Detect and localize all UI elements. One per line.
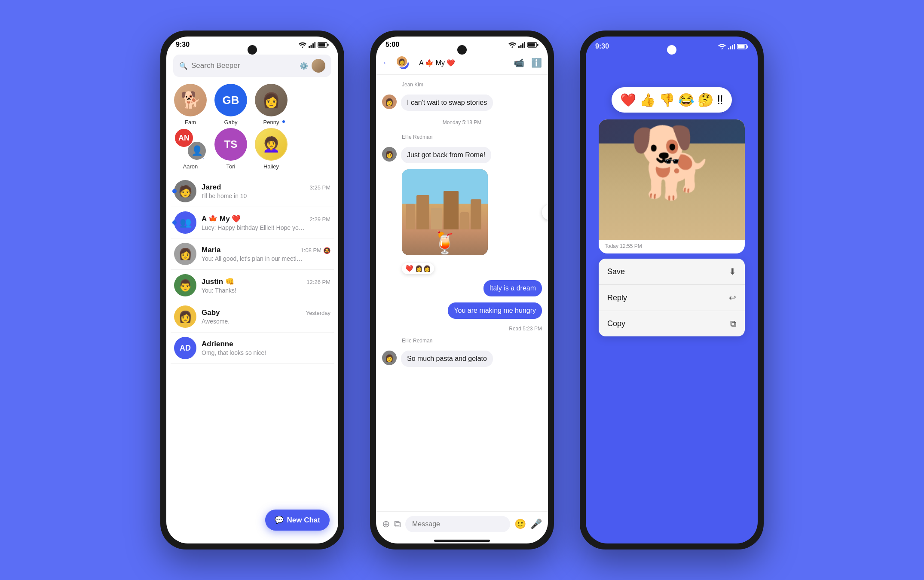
camera-notch-2 bbox=[457, 45, 467, 55]
dog-image-container: 🐕 🕶️ Today 12:55 PM bbox=[599, 119, 745, 253]
save-label: Save bbox=[607, 267, 625, 276]
phone-3: 9:30 ❤️ 👍 👎 😂 🤔 ‼️ bbox=[580, 31, 764, 549]
story-label-fam: Fam bbox=[185, 119, 196, 125]
chat-time-gaby: Yesterday bbox=[306, 310, 330, 316]
signal-icon-3 bbox=[728, 44, 735, 49]
message-input[interactable] bbox=[405, 516, 510, 532]
search-input[interactable] bbox=[191, 61, 296, 70]
story-avatar-hailey: 👩‍🦱 bbox=[255, 128, 288, 161]
stories-row-1: 🐕 Fam GB Gaby Welcome toblue bubbles! 👩 … bbox=[166, 84, 338, 131]
info-icon[interactable]: ℹ️ bbox=[531, 58, 542, 68]
chat-item-amy[interactable]: 👥 A 🍁 My ❤️ 2:29 PM Lucy: Happy birthday… bbox=[171, 207, 334, 238]
svg-rect-0 bbox=[309, 46, 310, 48]
search-bar[interactable]: 🔍 ⚙️ bbox=[173, 55, 331, 77]
story-tori[interactable]: TS Tori bbox=[214, 128, 247, 170]
story-label-gaby: Gaby bbox=[224, 119, 237, 125]
context-menu-save[interactable]: Save ⬇ bbox=[599, 259, 745, 285]
wifi-icon-2 bbox=[508, 42, 516, 48]
story-aaron[interactable]: AN 👤 Aaron bbox=[174, 128, 207, 170]
chat-name-gaby: Gaby bbox=[202, 308, 220, 317]
save-icon: ⬇ bbox=[729, 266, 736, 277]
context-menu-reply[interactable]: Reply ↩ bbox=[599, 285, 745, 311]
time-3: 9:30 bbox=[595, 43, 609, 50]
stories-row-2: AN 👤 Aaron TS Tori 👩‍🦱 Hailey bbox=[166, 128, 338, 176]
header-avatars: 👩 A bbox=[396, 55, 415, 70]
unread-dot-amy bbox=[172, 220, 177, 225]
react-thumbsdown[interactable]: 👎 bbox=[659, 92, 675, 107]
story-hailey[interactable]: 👩‍🦱 Hailey bbox=[255, 128, 288, 170]
svg-rect-9 bbox=[522, 43, 523, 48]
story-gaby[interactable]: GB Gaby Welcome toblue bubbles! bbox=[214, 84, 247, 125]
video-call-icon[interactable]: 📹 bbox=[514, 58, 524, 68]
timestamp-monday: Monday 5:18 PM bbox=[382, 119, 542, 125]
chat-content-adrienne: Adrienne Omg, that looks so nice! bbox=[202, 340, 330, 356]
story-label-hailey: Hailey bbox=[263, 163, 279, 170]
story-penny[interactable]: 👩 Penny bbox=[255, 84, 288, 125]
signal-icon-2 bbox=[518, 42, 525, 48]
chat-content-jared: Jared 3:25 PM I'll be home in 10 bbox=[202, 183, 330, 199]
chat-item-gaby[interactable]: 👩 Gaby Yesterday Awesome. bbox=[171, 301, 334, 333]
svg-rect-7 bbox=[518, 46, 520, 48]
chat-item-adrienne[interactable]: AD Adrienne Omg, that looks so nice! bbox=[171, 333, 334, 364]
signal-icon bbox=[309, 42, 315, 48]
sender-avatar-ellie: 👩 bbox=[382, 147, 397, 162]
dog-timestamp: Today 12:55 PM bbox=[599, 240, 745, 249]
chat-avatar-jared: 🧑 bbox=[174, 180, 196, 202]
react-think[interactable]: 🤔 bbox=[698, 92, 713, 107]
battery-icon-2 bbox=[527, 42, 538, 48]
unread-dot-jared bbox=[172, 189, 177, 193]
chat-content-maria: Maria 1:08 PM 🔕 You: All good, let's pla… bbox=[202, 246, 330, 262]
msg-sender-ellie-1: Ellie Redman bbox=[402, 134, 542, 140]
msg-bubble-italy: Italy is a dream bbox=[483, 280, 542, 296]
chat-item-jared[interactable]: 🧑 Jared 3:25 PM I'll be home in 10 bbox=[171, 176, 334, 207]
chat-preview-justin: You: Thanks! bbox=[202, 287, 305, 294]
story-avatar-fam: 🐕 bbox=[174, 84, 207, 116]
user-avatar[interactable] bbox=[312, 59, 325, 73]
story-fam[interactable]: 🐕 Fam bbox=[174, 84, 207, 125]
new-chat-button[interactable]: 💬 New Chat bbox=[265, 510, 330, 531]
chat-item-maria[interactable]: 👩 Maria 1:08 PM 🔕 You: All good, let's p… bbox=[171, 238, 334, 270]
chat-item-justin[interactable]: 👨 Justin 👊 12:26 PM You: Thanks! bbox=[171, 270, 334, 301]
chat-preview-jared: I'll be home in 10 bbox=[202, 192, 305, 199]
story-label-penny: Penny bbox=[263, 119, 279, 125]
camera-notch-3 bbox=[667, 45, 676, 55]
msg-row-jean: 👩 I can't wait to swap stories bbox=[382, 95, 542, 111]
msg-row-ellie-1: 👩 Just got back from Rome! bbox=[382, 147, 542, 163]
add-icon[interactable]: ⊕ bbox=[382, 519, 390, 530]
dog-image: 🐕 🕶️ bbox=[599, 119, 745, 240]
react-heart[interactable]: ❤️ bbox=[620, 92, 636, 107]
battery-icon bbox=[318, 42, 329, 48]
react-exclaim[interactable]: ‼️ bbox=[717, 92, 723, 107]
download-button[interactable]: ⬇ bbox=[542, 205, 548, 220]
svg-rect-5 bbox=[318, 43, 325, 46]
chat-header-bar: ← 👩 A A 🍁 My ❤️ 📹 ℹ️ bbox=[376, 51, 548, 75]
svg-rect-3 bbox=[315, 42, 316, 48]
svg-rect-16 bbox=[732, 45, 733, 49]
svg-rect-15 bbox=[730, 46, 731, 49]
react-laugh[interactable]: 😂 bbox=[678, 92, 694, 107]
status-icons-3 bbox=[718, 44, 748, 49]
reply-label: Reply bbox=[607, 293, 627, 302]
settings-icon[interactable]: ⚙️ bbox=[300, 62, 308, 70]
svg-rect-14 bbox=[728, 48, 729, 49]
phone3-content: 9:30 ❤️ 👍 👎 😂 🤔 ‼️ bbox=[586, 37, 758, 543]
read-status: Read 5:23 PM bbox=[382, 326, 542, 332]
msg-row-ellie-image: 🍹 ⬇ bbox=[402, 169, 542, 255]
emoji-icon[interactable]: 🙂 bbox=[514, 519, 526, 530]
msg-bubble-ellie-2: So much pasta and gelato bbox=[401, 351, 493, 367]
context-menu-copy[interactable]: Copy ⧉ bbox=[599, 311, 745, 336]
back-button[interactable]: ← bbox=[382, 57, 392, 68]
mic-icon[interactable]: 🎤 bbox=[530, 519, 542, 530]
story-avatar-penny: 👩 bbox=[255, 84, 288, 116]
attach-icon[interactable]: ⧉ bbox=[394, 519, 401, 530]
svg-rect-2 bbox=[312, 43, 314, 48]
chat-time-jared: 3:25 PM bbox=[310, 184, 330, 191]
chat-list: 🧑 Jared 3:25 PM I'll be home in 10 👥 bbox=[166, 176, 338, 364]
mute-icon-maria: 🔕 bbox=[323, 247, 330, 254]
msg-row-ellie-2: 👩 So much pasta and gelato bbox=[382, 351, 542, 367]
msg-bubble-ellie-1: Just got back from Rome! bbox=[401, 147, 491, 163]
svg-rect-10 bbox=[524, 42, 526, 48]
phone-1: 9:30 🔍 ⚙️ 🐕 Fam bbox=[160, 31, 344, 549]
react-thumbsup[interactable]: 👍 bbox=[639, 92, 655, 107]
chat-time-justin: 12:26 PM bbox=[306, 279, 330, 285]
